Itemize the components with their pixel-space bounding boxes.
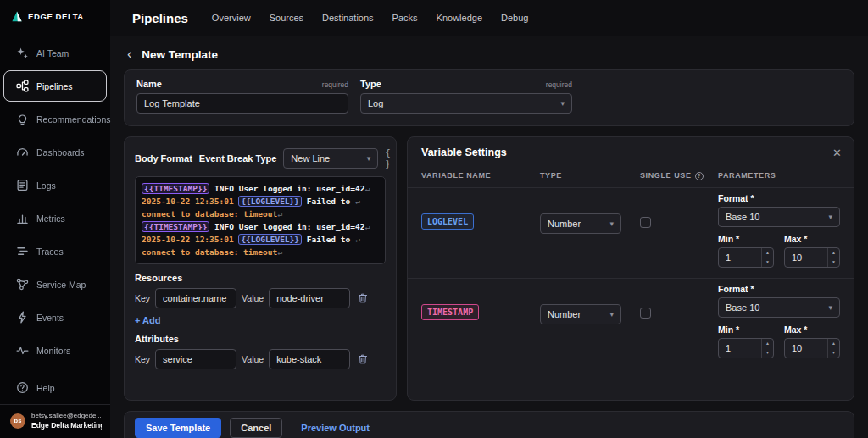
tab-sources[interactable]: Sources (270, 13, 303, 23)
resources-value-label: Value (242, 293, 264, 303)
page-title: New Template (142, 48, 218, 61)
sidebar-nav: AI Team Pipelines Recommendations Dashbo… (0, 31, 110, 367)
braces-icon[interactable]: { } (385, 147, 391, 169)
min-stepper[interactable]: 1 ▲▼ (718, 247, 774, 268)
code-line: 2025-10-22 12:35:01 {{LOGLEVEL}} Failed … (142, 233, 379, 246)
sidebar-item-ai-team[interactable]: AI Team (3, 37, 107, 69)
max-stepper[interactable]: 10 ▲▼ (784, 338, 840, 358)
variable-type-select[interactable]: Number ▾ (540, 304, 621, 324)
sidebar: EDGE DELTA AI Team Pipelines Recommendat… (0, 0, 110, 438)
topbar: Pipelines OverviewSourcesDestinationsPac… (110, 0, 868, 36)
max-label: Max * (784, 234, 840, 244)
service-map-icon (16, 278, 29, 291)
max-label: Max * (784, 324, 840, 335)
user-block[interactable]: bs betsy.sallee@edgedel... Edge Delta Ma… (0, 404, 110, 438)
variable-columns: Variable Name Type Single Use? Parameter… (408, 166, 854, 187)
variable-name-badge: TIMESTAMP (421, 304, 479, 320)
traces-icon (16, 245, 29, 258)
tab-knowledge[interactable]: Knowledge (437, 13, 482, 23)
save-template-button[interactable]: Save Template (135, 418, 221, 438)
tab-packs[interactable]: Packs (392, 13, 418, 23)
code-line: connect to database: timeout↵ (142, 246, 379, 258)
attributes-key-input[interactable] (155, 349, 236, 369)
close-icon[interactable]: ✕ (832, 147, 842, 158)
sidebar-item-recommendations[interactable]: Recommendations (3, 103, 107, 135)
single-use-checkbox[interactable] (640, 217, 651, 228)
content: ‹ New Template Name required Type requir… (110, 36, 868, 438)
user-email: betsy.sallee@edgedel... (31, 412, 102, 419)
event-break-select[interactable]: New Line ▾ (283, 148, 378, 169)
resources-row: Key Value (135, 288, 386, 308)
avatar: bs (10, 413, 25, 429)
code-line: {{TIMESTAMP}} INFO User logged in: user_… (142, 182, 379, 195)
code-preview[interactable]: {{TIMESTAMP}} INFO User logged in: user_… (135, 176, 386, 264)
page-section-title: Pipelines (132, 11, 188, 25)
events-icon (16, 311, 29, 324)
add-resource-button[interactable]: + Add (135, 315, 160, 325)
variable-type-select[interactable]: Number ▾ (540, 213, 621, 234)
sidebar-item-help[interactable]: Help (3, 372, 107, 403)
chevron-down-icon: ▾ (560, 99, 565, 108)
tab-debug[interactable]: Debug (501, 13, 528, 23)
stepper-arrows-icon[interactable]: ▲▼ (827, 248, 839, 267)
trash-icon[interactable] (357, 353, 369, 365)
stepper-arrows-icon[interactable]: ▲▼ (761, 339, 773, 358)
sidebar-item-traces[interactable]: Traces (3, 236, 107, 267)
single-use-help-icon[interactable]: ? (695, 172, 704, 180)
col-single-use: Single Use? (640, 171, 718, 180)
trash-icon[interactable] (357, 292, 369, 304)
col-type: Type (540, 171, 640, 180)
body-format-label: Body Format (135, 153, 192, 164)
stepper-arrows-icon[interactable]: ▲▼ (827, 339, 839, 358)
name-field-group: Name required (136, 79, 348, 114)
variable-row: LOGLEVEL Number ▾ Format * Base 10 ▾ Min… (408, 188, 854, 278)
tab-destinations[interactable]: Destinations (322, 13, 374, 23)
sidebar-item-events[interactable]: Events (3, 302, 107, 333)
format-label: Format * (718, 284, 840, 294)
page-title-row: ‹ New Template (124, 44, 854, 69)
monitors-icon (16, 344, 29, 357)
resources-key-label: Key (135, 293, 150, 303)
min-label: Min * (718, 234, 774, 244)
sidebar-item-monitors[interactable]: Monitors (3, 335, 107, 366)
variable-name-badge: LOGLEVEL (421, 213, 474, 230)
logo: EDGE DELTA (0, 0, 110, 31)
chevron-down-icon: ▾ (828, 303, 832, 312)
stepper-arrows-icon[interactable]: ▲▼ (761, 248, 773, 267)
sidebar-item-pipelines[interactable]: Pipelines (3, 70, 107, 102)
sidebar-item-metrics[interactable]: Metrics (3, 202, 107, 234)
code-line: connect to database: timeout↵ (142, 208, 379, 220)
sidebar-spacer (0, 367, 110, 371)
attributes-key-label: Key (135, 354, 150, 364)
user-texts: betsy.sallee@edgedel... Edge Delta Marke… (31, 412, 102, 430)
ai-team-icon (16, 47, 29, 59)
body-format-panel: Body Format Event Break Type New Line ▾ … (124, 136, 397, 401)
format-label: Format * (718, 193, 840, 203)
format-select[interactable]: Base 10 ▾ (718, 207, 840, 227)
tab-overview[interactable]: Overview (212, 13, 251, 23)
logo-text: EDGE DELTA (28, 12, 84, 21)
variable-rows: LOGLEVEL Number ▾ Format * Base 10 ▾ Min… (408, 188, 854, 369)
footer-actions: Save Template Cancel Preview Output (124, 411, 854, 438)
max-stepper[interactable]: 10 ▲▼ (784, 247, 840, 268)
attributes-value-input[interactable] (269, 349, 350, 369)
cancel-button[interactable]: Cancel (230, 418, 282, 438)
back-button[interactable]: ‹ (125, 47, 133, 61)
format-select[interactable]: Base 10 ▾ (718, 297, 840, 318)
sidebar-item-dashboards[interactable]: Dashboards (3, 136, 107, 168)
min-stepper[interactable]: 1 ▲▼ (718, 338, 774, 358)
sidebar-item-service-map[interactable]: Service Map (3, 269, 107, 300)
preview-output-button[interactable]: Preview Output (291, 418, 380, 438)
name-input[interactable] (136, 93, 348, 114)
dashboards-icon (16, 146, 29, 158)
min-label: Min * (718, 324, 774, 335)
header-tabs: OverviewSourcesDestinationsPacksKnowledg… (212, 13, 529, 23)
resources-key-input[interactable] (155, 288, 236, 308)
single-use-checkbox[interactable] (640, 308, 651, 319)
sidebar-item-logs[interactable]: Logs (3, 169, 107, 201)
resources-value-input[interactable] (269, 288, 350, 308)
col-parameters: Parameters (718, 171, 840, 180)
type-select[interactable]: Log ▾ (360, 93, 572, 114)
help-icon (16, 381, 29, 394)
type-label: Type (360, 79, 381, 89)
